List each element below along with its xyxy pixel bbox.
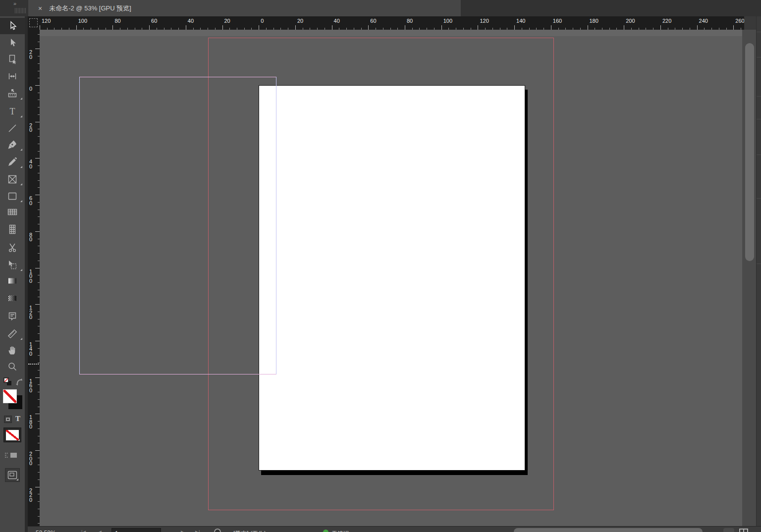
scissors-tool[interactable] bbox=[0, 239, 25, 256]
gradient-swatch-tool[interactable] bbox=[0, 272, 25, 289]
view-options-icon[interactable] bbox=[4, 451, 20, 459]
fill-swatch[interactable] bbox=[3, 389, 17, 403]
status-bar: 53.53% |◀ ◀ ▶ ▶| [基本] (工作) 无错误 bbox=[28, 526, 761, 532]
hruler-label: 20 bbox=[224, 18, 230, 24]
vruler-label: 80 bbox=[29, 233, 34, 242]
line-tool[interactable] bbox=[0, 120, 25, 136]
ruler-major-tick bbox=[441, 25, 442, 30]
tab-title: 未命名-2 @ 53% [GPU 预览] bbox=[49, 4, 131, 13]
gap-tool[interactable] bbox=[0, 68, 25, 84]
page[interactable] bbox=[259, 85, 525, 471]
tab-bar: » × 未命名-2 @ 53% [GPU 预览] bbox=[0, 0, 761, 16]
ruler-major-tick bbox=[588, 25, 588, 30]
ruler-major-tick bbox=[551, 25, 551, 30]
ruler-major-tick bbox=[368, 25, 369, 30]
type-tool[interactable]: T bbox=[0, 103, 25, 119]
formatting-affects-text-button[interactable]: T bbox=[15, 415, 20, 423]
split-window-icon[interactable] bbox=[739, 529, 748, 532]
margin-guides bbox=[79, 77, 276, 374]
page-tool[interactable] bbox=[0, 51, 25, 67]
horizontal-ruler[interactable]: 1201008060402002040608010012014016018020… bbox=[28, 16, 744, 30]
ruler-major-tick bbox=[624, 25, 624, 30]
rectangle-frame-tool[interactable] bbox=[0, 171, 25, 187]
hruler-label: 100 bbox=[443, 18, 452, 24]
vruler-label: 220 bbox=[29, 488, 34, 503]
ruler-major-tick bbox=[35, 450, 40, 451]
panel-dock-edge bbox=[756, 16, 761, 532]
dock-separator bbox=[757, 57, 761, 57]
ruler-origin-box[interactable] bbox=[28, 16, 40, 30]
container-icon bbox=[6, 418, 10, 421]
hruler-label: 200 bbox=[626, 18, 635, 24]
zoom-tool[interactable] bbox=[0, 359, 25, 375]
zoom-level-value[interactable]: 53.53% bbox=[36, 530, 56, 532]
vertical-scrollbar-thumb[interactable] bbox=[745, 43, 754, 261]
preflight-menu-icon[interactable] bbox=[214, 529, 221, 532]
ruler-cursor-marker bbox=[28, 364, 39, 365]
ruler-major-tick bbox=[40, 25, 40, 30]
pencil-tool[interactable] bbox=[0, 154, 25, 170]
vruler-label: 60 bbox=[29, 196, 34, 206]
ruler-major-tick bbox=[76, 25, 77, 30]
hruler-label: 80 bbox=[407, 18, 413, 24]
vruler-label: 20 bbox=[29, 123, 34, 133]
vruler-label: 20 bbox=[29, 50, 34, 59]
split-divider bbox=[743, 530, 744, 532]
ruler-major-tick bbox=[35, 85, 40, 86]
horizontal-scrollbar-thumb[interactable] bbox=[514, 528, 703, 532]
svg-text:T: T bbox=[10, 106, 15, 116]
hruler-label: 40 bbox=[188, 18, 194, 24]
dock-separator bbox=[757, 155, 761, 155]
vruler-label: 180 bbox=[29, 415, 34, 429]
gradient-feather-tool[interactable] bbox=[0, 290, 25, 306]
preflight-status-label[interactable]: 无错误 bbox=[331, 530, 349, 532]
document-canvas[interactable] bbox=[40, 30, 742, 526]
page-number-input[interactable] bbox=[111, 528, 161, 532]
ruler-major-tick bbox=[332, 25, 332, 30]
dock-separator bbox=[757, 264, 761, 264]
ruler-major-tick bbox=[35, 487, 40, 487]
formatting-affects-container-button[interactable] bbox=[4, 416, 12, 423]
pen-tool[interactable] bbox=[0, 136, 25, 153]
direct-selection-tool[interactable] bbox=[0, 35, 25, 51]
apply-none-button[interactable] bbox=[3, 427, 21, 442]
hruler-label: 120 bbox=[480, 18, 489, 24]
hruler-label: 20 bbox=[297, 18, 303, 24]
pasteboard-edge bbox=[40, 30, 742, 36]
last-page-button[interactable]: ▶| bbox=[195, 530, 200, 532]
panel-grip-handle[interactable] bbox=[15, 8, 26, 13]
free-transform-tool[interactable] bbox=[0, 257, 25, 273]
tools-panel-header: » bbox=[0, 0, 28, 16]
vertical-scrollbar[interactable] bbox=[742, 30, 756, 526]
rectangle-tool[interactable] bbox=[0, 188, 25, 204]
horizontal-grid-tool[interactable] bbox=[0, 204, 25, 220]
previous-page-button[interactable]: ◀ bbox=[98, 530, 102, 532]
screen-mode-button[interactable] bbox=[5, 468, 20, 482]
vertical-grid-tool[interactable] bbox=[0, 221, 25, 237]
default-fill-stroke-icon[interactable] bbox=[3, 377, 13, 386]
vruler-label: 160 bbox=[29, 379, 34, 393]
content-collector-tool[interactable] bbox=[0, 85, 25, 102]
measure-tool[interactable] bbox=[0, 325, 25, 342]
next-page-button[interactable]: ▶ bbox=[181, 530, 184, 532]
note-tool[interactable] bbox=[0, 308, 25, 324]
selection-tool[interactable] bbox=[0, 18, 25, 34]
ruler-major-tick bbox=[186, 25, 186, 30]
hruler-label: 80 bbox=[114, 18, 120, 24]
first-page-button[interactable]: |◀ bbox=[81, 530, 86, 532]
preflight-profile-label[interactable]: [基本] (工作) bbox=[233, 530, 266, 532]
swap-fill-stroke-icon[interactable] bbox=[15, 377, 24, 388]
hruler-label: 160 bbox=[553, 18, 562, 24]
document-tab[interactable]: × 未命名-2 @ 53% [GPU 预览] bbox=[28, 0, 461, 16]
panel-collapse-icon[interactable]: » bbox=[13, 0, 16, 6]
ruler-major-tick bbox=[35, 341, 40, 341]
hand-tool[interactable] bbox=[0, 342, 25, 358]
ruler-major-tick bbox=[35, 158, 40, 159]
vertical-ruler[interactable]: 20020406080100120140160180200220 bbox=[28, 30, 40, 526]
ruler-major-tick bbox=[514, 25, 515, 30]
none-swatch bbox=[6, 430, 19, 440]
ruler-major-tick bbox=[35, 195, 40, 195]
tab-close-icon[interactable]: × bbox=[38, 4, 42, 12]
vruler-label: 120 bbox=[29, 306, 34, 320]
ruler-major-tick bbox=[405, 25, 405, 30]
